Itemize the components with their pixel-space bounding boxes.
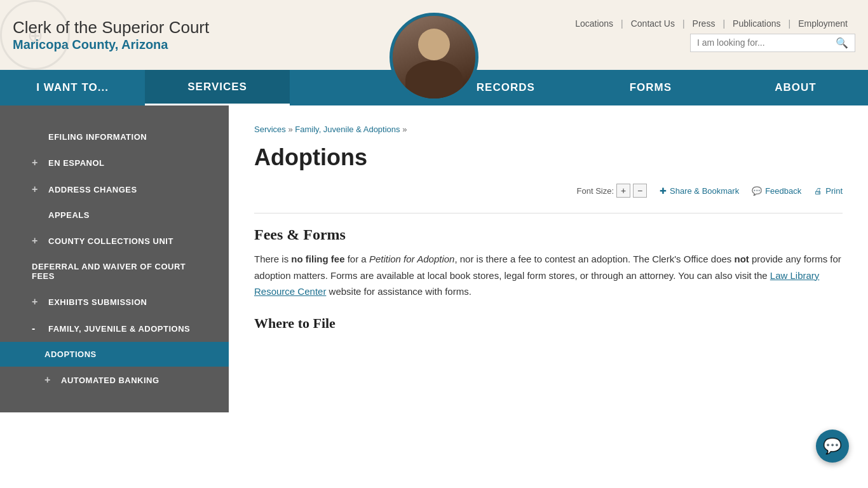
content-area: Services » Family, Juvenile & Adoptions … (229, 105, 868, 412)
search-input[interactable] (697, 37, 836, 48)
print-icon: 🖨 (814, 186, 822, 196)
sidebar-label-address: ADDRESS CHANGES (48, 185, 137, 194)
main-layout: EFILING INFORMATION + EN ESPANOL + ADDRE… (0, 105, 868, 412)
press-link[interactable]: Press (685, 18, 723, 29)
law-library-link[interactable]: Law Library Resource Center (254, 270, 819, 297)
sidebar-label-en-espanol: EN ESPANOL (48, 158, 105, 168)
print-label: Print (825, 186, 843, 196)
sidebar-label-county: COUNTY COLLECTIONS UNIT (48, 236, 173, 246)
prefix-automated: + (44, 374, 55, 386)
share-icon: ✚ (660, 186, 667, 196)
locations-link[interactable]: Locations (567, 18, 621, 29)
feedback-icon: 💬 (752, 186, 762, 196)
sidebar: EFILING INFORMATION + EN ESPANOL + ADDRE… (0, 105, 229, 412)
sidebar-label-adoptions: Adoptions (44, 349, 97, 359)
sidebar-item-family[interactable]: - FAMILY, JUVENILE & ADOPTIONS (0, 315, 229, 342)
prefix-family: - (32, 323, 42, 334)
sidebar-item-appeals[interactable]: APPEALS (0, 203, 229, 227)
page-title: Adoptions (254, 144, 843, 171)
portrait-image (393, 16, 475, 98)
sidebar-label-efiling: EFILING INFORMATION (48, 132, 147, 142)
font-decrease-button[interactable]: − (633, 184, 647, 198)
breadcrumb: Services » Family, Juvenile & Adoptions … (254, 125, 843, 134)
county-name: Maricopa County, Arizona (13, 37, 209, 52)
contact-link[interactable]: Contact Us (623, 18, 682, 29)
font-size-control: Font Size: + − (577, 184, 648, 198)
org-name: Clerk of the Superior Court (13, 18, 209, 37)
portrait-container: JEFF FINE (390, 13, 478, 114)
sidebar-item-address-changes[interactable]: + ADDRESS CHANGES (0, 176, 229, 203)
font-increase-button[interactable]: + (616, 184, 630, 198)
prefix-address: + (32, 184, 42, 195)
sidebar-item-exhibits[interactable]: + EXHIBITS SUBMISSION (0, 288, 229, 315)
sidebar-item-deferral[interactable]: DEFERRAL AND WAIVER OF COURT FEES (0, 254, 229, 288)
sidebar-label-exhibits: EXHIBITS SUBMISSION (48, 297, 147, 307)
share-bookmark-button[interactable]: ✚ Share & Bookmark (660, 186, 739, 196)
sidebar-item-en-espanol[interactable]: + EN ESPANOL (0, 149, 229, 176)
breadcrumb-family[interactable]: Family, Juvenile & Adoptions (295, 125, 400, 134)
portrait-name: JEFF FINE (410, 104, 458, 114)
feedback-label: Feedback (765, 186, 801, 196)
breadcrumb-services[interactable]: Services (254, 125, 286, 134)
top-right-area: Locations | Contact Us | Press | Publica… (567, 18, 855, 52)
prefix-en-espanol: + (32, 157, 42, 168)
employment-link[interactable]: Employment (790, 18, 855, 29)
sidebar-label-deferral: DEFERRAL AND WAIVER OF COURT FEES (32, 262, 210, 281)
top-bar: ⊕ Clerk of the Superior Court Maricopa C… (0, 0, 868, 70)
fees-forms-title: Fees & Forms (254, 226, 843, 243)
sidebar-item-adoptions[interactable]: Adoptions (0, 342, 229, 367)
feedback-button[interactable]: 💬 Feedback (752, 186, 801, 196)
font-size-label: Font Size: (577, 186, 614, 196)
sidebar-item-county-collections[interactable]: + COUNTY COLLECTIONS UNIT (0, 227, 229, 254)
portrait-circle (390, 13, 478, 102)
top-links: Locations | Contact Us | Press | Publica… (567, 18, 855, 29)
logo-area: Clerk of the Superior Court Maricopa Cou… (13, 11, 209, 58)
where-to-file-title: Where to File (254, 315, 843, 332)
print-button[interactable]: 🖨 Print (814, 186, 843, 196)
nav-item-about[interactable]: ABOUT (723, 70, 868, 105)
sidebar-label-appeals: APPEALS (48, 210, 90, 220)
prefix-exhibits: + (32, 296, 42, 308)
search-bar[interactable]: 🔍 (690, 34, 855, 52)
sidebar-label-family: FAMILY, JUVENILE & ADOPTIONS (48, 324, 190, 334)
sidebar-label-automated: Automated Banking (61, 376, 159, 385)
search-icon[interactable]: 🔍 (836, 37, 848, 49)
nav-item-forms[interactable]: FORMS (578, 70, 723, 105)
publications-link[interactable]: Publications (725, 18, 789, 29)
sidebar-item-automated-banking[interactable]: + Automated Banking (0, 367, 229, 393)
toolbar: Font Size: + − ✚ Share & Bookmark 💬 Feed… (254, 184, 843, 198)
sidebar-item-efiling[interactable]: EFILING INFORMATION (0, 125, 229, 149)
divider-top (254, 213, 843, 214)
share-label: Share & Bookmark (670, 186, 739, 196)
prefix-county: + (32, 235, 42, 247)
nav-item-services[interactable]: SERVICES (145, 70, 290, 105)
fees-forms-content: There is no filing fee for a Petition fo… (254, 251, 843, 300)
nav-item-i-want-to[interactable]: I WANT TO... (0, 70, 145, 105)
